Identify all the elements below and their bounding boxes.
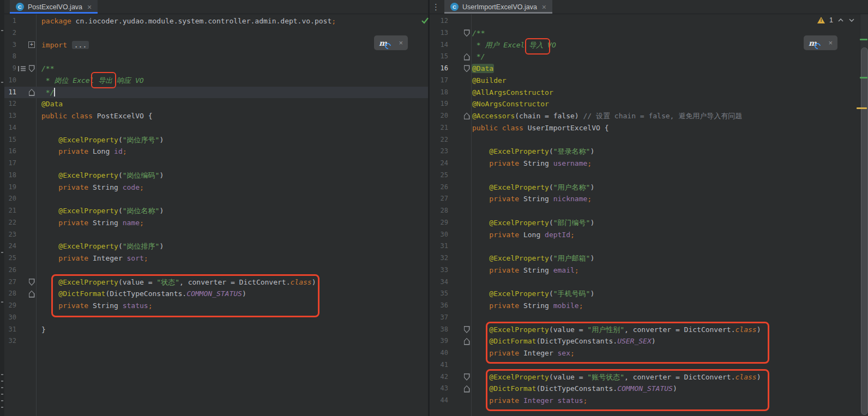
line-number: 12 [4, 98, 16, 110]
code-line: 43 @DictFormat(DictTypeConstants.COMMON_… [430, 383, 868, 395]
code-text: } [36, 324, 46, 336]
fold-marker[interactable] [27, 291, 36, 298]
code-line: 44 private Integer status; [430, 395, 868, 407]
error-stripe-mark-green[interactable] [860, 77, 867, 79]
more-tabs-icon[interactable]: ⋮ [430, 0, 443, 14]
code-line: 20 [4, 193, 428, 205]
line-number: 3 [4, 39, 16, 51]
line-number: 1 [4, 15, 16, 27]
inspections-widget: ! 1 [817, 16, 855, 24]
line-number: 38 [430, 324, 448, 336]
line-number: 25 [4, 252, 16, 264]
ai-logo-icon: m [379, 39, 387, 47]
line-number: 13 [4, 110, 16, 122]
line-number: 32 [430, 252, 448, 264]
close-icon[interactable]: × [828, 39, 833, 46]
code-line: 20@Accessors(chain = false) // 设置 chain … [430, 110, 868, 122]
code-text: @NoArgsConstructor [471, 98, 549, 110]
prev-problem-button[interactable] [837, 18, 844, 22]
code-line: 8 [4, 51, 428, 63]
fold-marker[interactable] [462, 338, 471, 345]
line-number: 27 [430, 193, 448, 205]
code-line: 3+import ... [4, 39, 428, 51]
line-number: 9 [4, 63, 16, 75]
error-stripe-mark-warning[interactable] [857, 107, 867, 109]
code-text: */ [36, 87, 55, 99]
code-line: 16@Data [430, 63, 868, 75]
code-text: @ExcelProperty(value = "状态", converter =… [36, 276, 316, 288]
code-line: 15 */ [430, 51, 868, 63]
tab-userimportexcelvo[interactable]: C UserImportExcelVO.java × [444, 0, 552, 14]
code-text: /** [471, 27, 485, 39]
line-number: 23 [4, 229, 16, 241]
code-editor-right[interactable]: 1213/**14 * 用户 Excel 导入 VO15 */16@Data17… [430, 14, 868, 416]
line-number: 29 [4, 300, 16, 312]
fold-marker[interactable] [462, 53, 471, 61]
ai-assistant-widget[interactable]: m × [374, 35, 408, 50]
error-stripe-mark-green[interactable] [860, 39, 867, 40]
tab-bar-right: ⋮ C UserImportExcelVO.java × [430, 0, 868, 14]
scrollbar-thumb[interactable] [861, 47, 868, 415]
code-editor-left[interactable]: 1package cn.iocoder.yudao.module.system.… [4, 14, 428, 416]
line-number: 24 [4, 240, 16, 252]
line-number: 25 [430, 170, 448, 182]
editor-pane-left: C PostExcelVO.java × 1package cn.iocoder… [4, 0, 428, 416]
code-line: 18 @ExcelProperty("岗位编码") [4, 170, 428, 182]
code-line: 37 [430, 312, 868, 324]
warning-count: 1 [829, 16, 833, 24]
line-number: 11 [4, 87, 16, 99]
text-caret [54, 88, 55, 97]
fold-marker[interactable] [462, 373, 471, 381]
code-line: 32 @ExcelProperty("用户邮箱") [430, 252, 868, 264]
fold-marker[interactable] [462, 112, 471, 119]
code-text: private String name; [36, 217, 144, 229]
close-icon[interactable]: × [87, 3, 92, 11]
code-text: public class PostExcelVO { [36, 110, 153, 122]
line-number: 22 [430, 134, 448, 146]
line-number: 30 [430, 229, 448, 241]
tab-postexcelvo[interactable]: C PostExcelVO.java × [10, 0, 98, 14]
code-line: 31 [430, 240, 868, 252]
code-text: * 岗位 Excel 导出 响应 VO [36, 75, 144, 87]
code-line: 30 [4, 312, 428, 324]
line-number: 15 [430, 51, 448, 63]
code-text: @Data [471, 63, 493, 75]
code-text: @ExcelProperty("部门编号") [471, 217, 594, 229]
fold-marker[interactable] [27, 89, 36, 96]
code-line: 39 @DictFormat(DictTypeConstants.USER_SE… [430, 335, 868, 347]
close-icon[interactable]: × [399, 39, 403, 46]
code-text: @ExcelProperty("岗位序号") [36, 134, 164, 146]
fold-marker[interactable] [462, 385, 471, 393]
code-line: 13public class PostExcelVO { [4, 110, 428, 122]
code-line: 23 @ExcelProperty("登录名称") [430, 146, 868, 158]
line-number: 23 [430, 146, 448, 158]
code-line: 10 * 岗位 Excel 导出 响应 VO [4, 75, 428, 87]
line-number: 40 [430, 347, 448, 359]
fold-marker[interactable] [462, 65, 471, 72]
close-icon[interactable]: × [542, 3, 546, 11]
tab-label: PostExcelVO.java [28, 3, 82, 11]
code-text: @Data [36, 98, 63, 110]
code-line: 29 @ExcelProperty("部门编号") [430, 217, 868, 229]
fold-marker[interactable] [462, 326, 471, 333]
code-text: private Integer sort; [36, 252, 148, 264]
code-line: 23 [4, 229, 428, 241]
code-text: @DictFormat(DictTypeConstants.USER_SEX) [471, 335, 656, 347]
next-problem-button[interactable] [848, 18, 855, 22]
tab-bar-left: C PostExcelVO.java × [4, 0, 428, 14]
line-number: 44 [430, 395, 448, 407]
code-line: 35 @ExcelProperty("手机号码") [430, 288, 868, 300]
fold-marker[interactable] [27, 279, 36, 286]
code-text: @ExcelProperty("岗位名称") [36, 205, 164, 217]
code-line: 28 @DictFormat(DictTypeConstants.COMMON_… [4, 288, 428, 300]
fold-marker[interactable] [462, 29, 471, 37]
line-number: 31 [4, 324, 16, 336]
code-line: 26 @ExcelProperty("用户名称") [430, 182, 868, 194]
code-text: @Accessors(chain = false) // 设置 chain = … [471, 110, 742, 122]
line-number: 17 [430, 75, 448, 87]
code-line: 17 [4, 158, 428, 170]
fold-marker[interactable]: + [27, 41, 36, 48]
code-line: 17@Builder [430, 75, 868, 87]
ai-assistant-widget[interactable]: m × [804, 35, 837, 50]
fold-marker[interactable] [27, 65, 36, 72]
